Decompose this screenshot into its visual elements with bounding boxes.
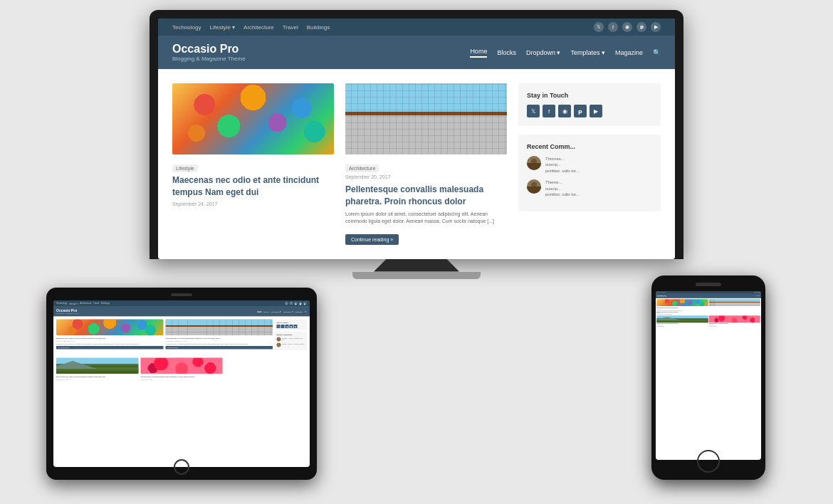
phone-img-building [709,299,760,306]
article-1-tag: Lifestyle [172,164,198,172]
topbar-nav-lifestyle[interactable]: Lifestyle ▾ [209,24,235,31]
phone-bottom-articles: Maecenas nec odio et ante tincidunt temp… [656,315,760,327]
topbar-nav-travel[interactable]: Travel [283,24,298,31]
topbar-nav-buildings[interactable]: Buildings [307,24,330,31]
t-nav-dropdown: Dropdown ▾ [271,310,281,312]
avatar-2 [527,179,541,194]
phone-top-articles [656,299,760,307]
tablet-article-2-text: Lorem ipsum dolor sit amet, consectetuer… [166,342,273,345]
phone-article-3: Maecenas nec odio et ante tincidunt temp… [656,315,708,327]
t-nav-magazine: Magazine [295,310,303,312]
topbar-nav: Technology Lifestyle ▾ Architecture Trav… [172,24,330,31]
tablet-topbar: Technology Lifestyle ▾ Architecture Trav… [53,300,310,306]
tablet-rc-title: Recent Comments [277,333,305,335]
article-card-1: Lifestyle Maecenas nec odio et ante tinc… [172,83,334,245]
article-2-title: Pellentesque convallis malesuada pharetr… [345,184,507,208]
tablet-comment-2: Theme... suscip... porttitor, odio tor..… [277,342,305,347]
article-1-image [172,83,334,154]
tablet-article-4: Pellentesque convallis malesuada pharetr… [140,357,222,381]
t-nav-technology: Technology [56,302,67,305]
sidebar: Stay in Touch 𝕏 f ◉ 𝗽 ▶ Recent Comm... [518,83,661,245]
tablet-yt: ▶ [294,325,298,328]
nav-home[interactable]: Home [470,48,487,58]
topbar-nav-architecture[interactable]: Architecture [243,24,274,31]
tablet-article-3-date: September 18, 2017 [56,378,138,380]
phone-article-4-date: September 15, 2017 [709,325,760,325]
phone-search-icon: 🔍 [755,295,757,297]
phone-article-main-date: September 24, 2017 [656,308,760,309]
search-icon[interactable]: 🔍 [653,49,661,56]
tablet-read-more-1: Continue reading » [56,346,164,350]
phone-article-main-text: Lorem ipsum dolor sit amet, consectetuer… [656,310,760,310]
nav-blocks[interactable]: Blocks [497,49,516,56]
tablet-recent-comments: Recent Comments Thomas... suscip... port… [275,332,307,350]
comment-2: Theme...suscip...porttitor, odio tor... [527,179,652,197]
tablet-bezel: Technology Lifestyle ▾ Architecture Trav… [46,288,317,481]
article-2-text: Lorem ipsum dolor sit amet, consectetuer… [345,211,507,226]
continue-reading-button[interactable]: Continue reading » [345,234,399,245]
article-1-title: Maecenas nec odio et ante tincidunt temp… [172,174,334,199]
nav-dropdown[interactable]: Dropdown ▾ [526,49,561,56]
tablet-site-tagline: Blogging & Magazine Theme [56,312,79,314]
t-nav-architecture: Architecture [80,302,92,305]
topbar-nav-technology[interactable]: Technology [172,24,201,31]
p-nav-technology: My Site [657,292,660,293]
tablet-screen: Technology Lifestyle ▾ Architecture Trav… [53,300,310,468]
p-icon-3: ⋮ [758,291,760,293]
youtube-icon[interactable]: ▶ [651,22,661,32]
social-icons-row: 𝕏 f ◉ 𝗽 ▶ [527,105,652,117]
sidebar-facebook-icon[interactable]: f [543,105,555,117]
monitor-stand [374,259,459,272]
phone-article-4: Nam gravida nisl lacus, nec dignissim to… [709,315,760,327]
comment-2-text: Theme...suscip...porttitor, odio tor... [545,179,580,197]
tablet-img-mountains [56,357,138,374]
phone-screen: My Site Occasio Pro ✦ ⚙ ⋮ Occasio [656,291,761,460]
sidebar-pinterest-icon[interactable]: 𝗽 [574,105,587,117]
twitter-icon[interactable]: 𝕏 [594,22,604,32]
instagram-icon[interactable]: ◉ [622,22,632,32]
t-search-icon: 🔍 [305,310,307,312]
sidebar-twitter-icon[interactable]: 𝕏 [527,105,540,117]
tablet-sit-title: Stay in Touch [277,321,305,323]
phone-menu-icon: ≡ Menu [757,295,760,296]
pinterest-icon[interactable]: 𝗽 [636,22,646,32]
mobile-phone: My Site Occasio Pro ✦ ⚙ ⋮ Occasio [651,275,765,480]
article-card-2: Architecture September 20, 2017 Pellente… [345,83,507,245]
article-2-tag: Architecture [345,164,379,172]
nav-templates[interactable]: Templates ▾ [570,49,605,56]
tablet-bottom-content: Maecenas nec odio et ante tincidunt temp… [53,355,310,384]
phone-article-2 [709,299,760,307]
tablet-article-3: Maecenas nec odio et ante tincidunt temp… [56,357,138,381]
sidebar-instagram-icon[interactable]: ◉ [558,105,571,117]
phone-article-sec-date: September 20, 2017 [656,313,760,313]
phone-img-umbrellas [656,299,708,306]
tablet-img-building [166,319,273,335]
phone-img-fruit [709,315,760,322]
t-yt-icon: ▶ [303,301,307,305]
desktop-monitor: Technology Lifestyle ▾ Architecture Trav… [150,10,683,279]
tablet-logo: Occasio Pro Blogging & Magazine Theme [56,308,79,315]
tablet-ig: ◉ [285,325,289,328]
site-logo: Occasio Pro Blogging & Magazine Theme [172,43,246,62]
site-topbar: Technology Lifestyle ▾ Architecture Trav… [158,19,675,36]
phone-site-content: My Site Occasio Pro ✦ ⚙ ⋮ Occasio [656,291,761,328]
phone-article-3-text: Lorem ipsum dolor sit amet... [656,325,708,326]
sidebar-youtube-icon[interactable]: ▶ [590,105,602,117]
tablet-avatar-2 [277,342,281,347]
topbar-social-icons: 𝕏 f ◉ 𝗽 ▶ [594,22,661,32]
tablet-article-3-title: Maecenas nec odio et ante tincidunt temp… [56,375,138,377]
t-nav-travel: Travel [93,302,99,305]
article-2-date: September 20, 2017 [345,174,507,179]
tablet-avatar-1 [277,337,281,341]
site-name: Occasio Pro [172,43,246,56]
tablet-read-more-2: Continue reading » [166,346,273,350]
tablet-article-1: Maecenas nec odio et ante tincidunt temp… [56,319,164,352]
phone-mainbar: Occasio Pro Blogging & Magazine Theme 🔍 … [656,293,761,298]
facebook-icon[interactable]: f [608,22,618,32]
site-content: Lifestyle Maecenas nec odio et ante tinc… [158,69,675,259]
tablet-article-1-text: Lorem ipsum dolor sit amet, consectetuer… [56,342,164,345]
tablet-mainbar: Occasio Pro Blogging & Magazine Theme Ho… [53,306,310,317]
tablet-nav: Home Blocks Dropdown ▾ Templates ▾ Magaz… [257,310,307,313]
site-tagline: Blogging & Magazine Theme [172,56,246,62]
nav-magazine[interactable]: Magazine [615,49,643,56]
